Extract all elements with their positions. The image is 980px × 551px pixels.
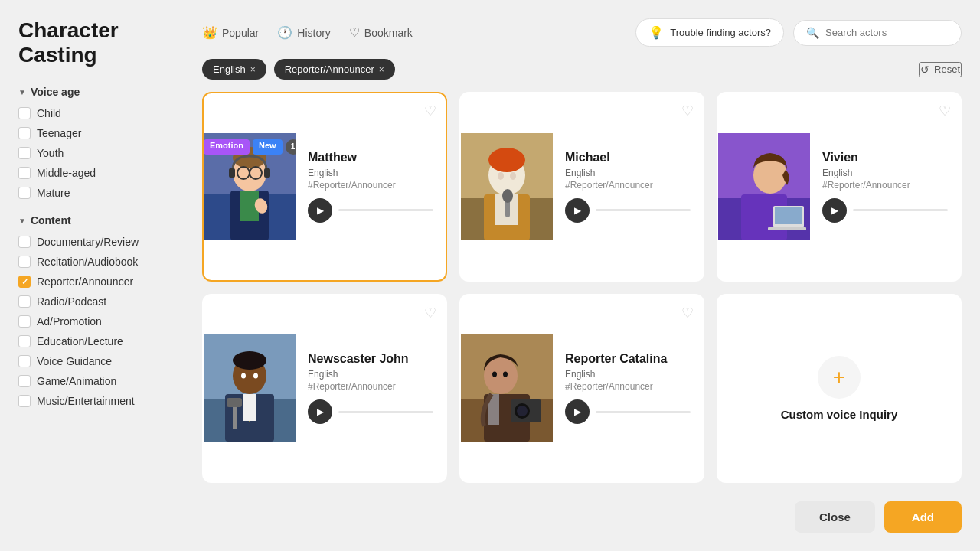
content-item-voice-guidance[interactable]: Voice Guidance xyxy=(18,355,187,367)
heart-button-reporter-catalina[interactable]: ♡ xyxy=(681,305,694,321)
search-input[interactable] xyxy=(825,27,949,38)
card-lang-newscaster-john: English xyxy=(308,369,433,380)
card-info-michael: Michael English #Reporter/Announcer ▶ xyxy=(553,142,703,232)
card-name-matthew: Matthew xyxy=(308,151,433,165)
content-label-music: Music/Entertainment xyxy=(37,395,135,407)
svg-rect-9 xyxy=(229,168,235,178)
content-checkbox-radio[interactable] xyxy=(18,295,31,308)
custom-voice-card[interactable]: + Custom voice Inquiry xyxy=(717,294,962,484)
tag-label-english: English xyxy=(213,64,246,75)
checkbox-mature[interactable] xyxy=(18,187,31,199)
card-audio-vivien: ▶ xyxy=(822,198,948,223)
card-info-vivien: Vivien English #Reporter/Announcer ▶ xyxy=(810,142,960,232)
content-label-game: Game/Animation xyxy=(37,375,116,387)
heart-button-vivien[interactable]: ♡ xyxy=(939,103,951,119)
card-reporter-catalina[interactable]: Reporter Catalina English #Reporter/Anno… xyxy=(459,294,704,484)
card-audio-reporter-catalina: ▶ xyxy=(565,399,691,424)
voice-age-item-middle-aged[interactable]: Middle-aged xyxy=(18,167,187,179)
content-label-radio: Radio/Podcast xyxy=(37,295,106,308)
checkbox-youth[interactable] xyxy=(18,147,31,159)
add-button[interactable]: Add xyxy=(884,501,962,533)
content-checkbox-voice-guidance[interactable] xyxy=(18,355,31,367)
custom-voice-label: Custom voice Inquiry xyxy=(781,408,898,421)
content-item-game[interactable]: Game/Animation xyxy=(18,375,187,387)
nav-tabs: 👑 Popular 🕐 History ♡ Bookmark xyxy=(202,19,413,46)
filter-tag-english[interactable]: English × xyxy=(202,59,266,80)
voice-age-header[interactable]: ▼ Voice age xyxy=(18,86,187,98)
card-michael[interactable]: Michael English #Reporter/Announcer ▶ ♡ xyxy=(459,92,704,282)
audio-bar-reporter-catalina xyxy=(596,411,691,413)
checkbox-teenager[interactable] xyxy=(18,127,31,139)
play-button-michael[interactable]: ▶ xyxy=(565,198,590,223)
voice-age-item-mature[interactable]: Mature xyxy=(18,187,187,199)
content-header[interactable]: ▼ Content xyxy=(18,214,187,227)
svg-point-17 xyxy=(488,148,525,172)
card-lang-reporter-catalina: English xyxy=(565,369,691,380)
play-button-matthew[interactable]: ▶ xyxy=(308,198,332,223)
reset-icon: ↺ xyxy=(920,64,929,76)
bookmark-label: Bookmark xyxy=(364,27,413,39)
content-checkbox-game[interactable] xyxy=(18,375,31,387)
checkbox-middle-aged[interactable] xyxy=(18,167,31,179)
content-checkbox-music[interactable] xyxy=(18,395,31,407)
nav-tab-history[interactable]: 🕐 History xyxy=(277,19,331,46)
content-item-recitation[interactable]: Recitation/Audiobook xyxy=(18,256,187,268)
card-category-vivien: #Reporter/Announcer xyxy=(822,180,948,191)
play-button-reporter-catalina[interactable]: ▶ xyxy=(565,399,590,424)
badge-emotion-matthew: Emotion xyxy=(204,139,250,155)
content-item-reporter[interactable]: Reporter/Announcer xyxy=(18,276,187,288)
heart-button-michael[interactable]: ♡ xyxy=(681,103,694,119)
content-item-documentary[interactable]: Documentary/Review xyxy=(18,236,187,248)
content-checkbox-education[interactable] xyxy=(18,335,31,347)
history-icon: 🕐 xyxy=(277,25,292,40)
nav-tab-popular[interactable]: 👑 Popular xyxy=(202,19,259,46)
card-newscaster-john[interactable]: Newscaster John English #Reporter/Announ… xyxy=(202,294,447,484)
svg-point-48 xyxy=(492,372,497,377)
label-middle-aged: Middle-aged xyxy=(37,167,96,179)
content-item-radio[interactable]: Radio/Podcast xyxy=(18,295,187,308)
content-label: Content xyxy=(31,214,71,227)
card-lang-vivien: English xyxy=(822,168,948,178)
tag-remove-reporter[interactable]: × xyxy=(379,64,384,75)
play-button-vivien[interactable]: ▶ xyxy=(822,198,847,223)
card-vivien[interactable]: Vivien English #Reporter/Announcer ▶ ♡ xyxy=(717,92,962,282)
filter-tags: English × Reporter/Announcer × xyxy=(202,59,395,80)
content-label-reporter: Reporter/Announcer xyxy=(37,276,133,288)
audio-bar-matthew xyxy=(338,209,433,211)
voice-age-item-child[interactable]: Child xyxy=(18,107,187,119)
label-mature: Mature xyxy=(37,187,70,199)
search-box[interactable]: 🔍 xyxy=(793,20,962,46)
svg-point-36 xyxy=(241,373,246,379)
card-info-reporter-catalina: Reporter Catalina English #Reporter/Anno… xyxy=(553,343,703,433)
card-info-newscaster-john: Newscaster John English #Reporter/Announ… xyxy=(296,343,446,433)
content-checkbox-documentary[interactable] xyxy=(18,236,31,248)
svg-point-35 xyxy=(233,351,266,370)
trouble-button[interactable]: 💡 Trouble finding actors? xyxy=(635,18,784,47)
reset-button[interactable]: ↺ Reset xyxy=(919,62,962,77)
heart-button-matthew[interactable]: ♡ xyxy=(424,103,436,119)
card-matthew[interactable]: EmotionNew1 Matthew English #Reporter/An… xyxy=(202,92,447,282)
nav-tab-bookmark[interactable]: ♡ Bookmark xyxy=(349,19,413,46)
content-checkbox-ad[interactable] xyxy=(18,315,31,328)
svg-rect-27 xyxy=(775,207,802,224)
popular-label: Popular xyxy=(222,27,259,39)
voice-age-section: ▼ Voice age Child Teenager Youth Middle-… xyxy=(18,86,187,199)
content-item-ad[interactable]: Ad/Promotion xyxy=(18,315,187,328)
svg-point-37 xyxy=(253,373,258,379)
voice-age-item-youth[interactable]: Youth xyxy=(18,147,187,159)
filter-tag-reporter[interactable]: Reporter/Announcer × xyxy=(274,59,395,80)
svg-point-21 xyxy=(502,189,513,203)
checkbox-child[interactable] xyxy=(18,107,31,119)
content-checkbox-recitation[interactable] xyxy=(18,256,31,268)
content-item-music[interactable]: Music/Entertainment xyxy=(18,395,187,407)
voice-age-item-teenager[interactable]: Teenager xyxy=(18,127,187,139)
content-checkbox-reporter[interactable] xyxy=(18,276,31,288)
content-item-education[interactable]: Education/Lecture xyxy=(18,335,187,347)
top-right: 💡 Trouble finding actors? 🔍 xyxy=(635,18,962,47)
cards-grid: EmotionNew1 Matthew English #Reporter/An… xyxy=(202,92,962,483)
heart-button-newscaster-john[interactable]: ♡ xyxy=(424,305,436,321)
crown-icon: 👑 xyxy=(202,25,217,40)
close-button[interactable]: Close xyxy=(795,501,875,533)
play-button-newscaster-john[interactable]: ▶ xyxy=(308,399,332,424)
tag-remove-english[interactable]: × xyxy=(250,64,256,75)
